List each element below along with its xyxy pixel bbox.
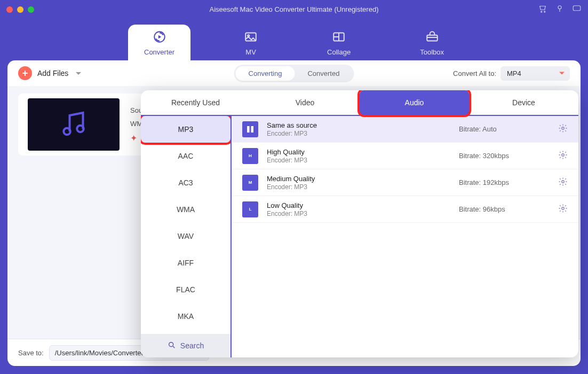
convert-all-value: MP4 — [507, 69, 521, 77]
format-popover: Recently Used Video Audio Device MP3 AAC… — [141, 90, 578, 357]
preset-badge-icon — [242, 121, 258, 137]
svg-point-1 — [544, 11, 545, 12]
minimize-window-button[interactable] — [17, 6, 23, 13]
preset-same-as-source[interactable]: Same as source Encoder: MP3 Bitrate: Aut… — [232, 116, 578, 143]
gear-icon[interactable] — [558, 150, 568, 162]
gear-icon[interactable] — [558, 123, 568, 135]
preset-badge-icon: L — [242, 201, 258, 217]
gear-icon[interactable] — [558, 204, 568, 215]
nav-label: Converter — [144, 48, 174, 56]
svg-point-2 — [558, 5, 561, 9]
nav-mv[interactable]: MV — [228, 25, 274, 60]
tab-recently-used[interactable]: Recently Used — [141, 90, 250, 115]
preset-badge-icon: H — [242, 148, 258, 164]
preset-high-quality[interactable]: H High Quality Encoder: MP3 Bitrate: 320… — [232, 143, 578, 169]
preset-encoder: Encoder: MP3 — [267, 210, 307, 217]
convert-all-dropdown[interactable]: MP4 — [500, 66, 570, 81]
nav-toolbox[interactable]: Toolbox — [404, 25, 460, 60]
nav-label: Toolbox — [420, 48, 444, 56]
preset-title: Medium Quality — [267, 175, 315, 183]
svg-point-10 — [63, 128, 70, 135]
titlebar: Aiseesoft Mac Video Converter Ultimate (… — [0, 0, 588, 19]
nav-label: MV — [245, 48, 256, 56]
preset-encoder: Encoder: MP3 — [267, 157, 307, 164]
search-label: Search — [180, 341, 204, 350]
window-controls — [6, 6, 34, 13]
format-search[interactable]: Search — [141, 334, 231, 357]
chevron-down-icon — [76, 72, 81, 75]
tab-audio[interactable]: Audio — [360, 90, 469, 115]
segment-converting[interactable]: Converting — [236, 66, 295, 81]
format-wma[interactable]: WMA — [141, 196, 231, 223]
tab-device[interactable]: Device — [469, 90, 578, 115]
preset-title: Same as source — [267, 121, 317, 129]
svg-point-15 — [562, 127, 565, 129]
preset-low-quality[interactable]: L Low Quality Encoder: MP3 Bitrate: 96kb… — [232, 196, 578, 223]
preset-medium-quality[interactable]: M Medium Quality Encoder: MP3 Bitrate: 1… — [232, 169, 578, 196]
preset-bitrate: Bitrate: 320kbps — [459, 152, 550, 160]
close-window-button[interactable] — [6, 6, 13, 13]
plus-icon: + — [18, 66, 32, 80]
nav-collage[interactable]: Collage — [311, 25, 367, 60]
format-flac[interactable]: FLAC — [141, 276, 231, 303]
preset-list: Same as source Encoder: MP3 Bitrate: Aut… — [232, 116, 578, 357]
preset-encoder: Encoder: MP3 — [267, 183, 315, 191]
toolbox-icon — [425, 30, 439, 46]
toolbar: + Add Files Converting Converted Convert… — [7, 60, 581, 86]
format-aiff[interactable]: AIFF — [141, 250, 231, 276]
preset-badge-icon: M — [242, 175, 258, 191]
preset-title: High Quality — [267, 148, 307, 156]
convert-all-label: Convert All to: — [453, 69, 496, 77]
format-aac[interactable]: AAC — [141, 143, 231, 169]
workarea: + Add Files Converting Converted Convert… — [7, 60, 581, 366]
segment-converted[interactable]: Converted — [295, 66, 352, 81]
preset-encoder: Encoder: MP3 — [267, 130, 317, 137]
svg-rect-13 — [247, 126, 250, 133]
main-nav: Converter MV Collage Toolbox — [0, 19, 588, 60]
cart-icon[interactable] — [538, 4, 547, 15]
format-mp3[interactable]: MP3 — [141, 116, 231, 143]
format-tabs: Recently Used Video Audio Device — [141, 90, 578, 116]
svg-point-17 — [562, 180, 565, 183]
preset-bitrate: Bitrate: 192kbps — [459, 178, 550, 186]
add-files-button[interactable]: + Add Files — [18, 66, 81, 80]
preset-title: Low Quality — [267, 201, 307, 209]
svg-point-16 — [562, 153, 565, 156]
svg-point-12 — [169, 342, 173, 346]
svg-rect-14 — [251, 126, 254, 133]
convert-all-control: Convert All to: MP4 — [453, 66, 570, 81]
save-to-label: Save to: — [18, 349, 44, 357]
svg-point-0 — [541, 11, 542, 12]
status-segmented: Converting Converted — [234, 65, 354, 82]
chevron-down-icon — [559, 72, 565, 75]
tab-video[interactable]: Video — [250, 90, 360, 115]
format-list: MP3 AAC AC3 WMA WAV AIFF FLAC MKA Search — [141, 116, 232, 357]
window-title: Aiseesoft Mac Video Converter Ultimate (… — [210, 5, 379, 13]
converter-icon — [153, 30, 166, 46]
preset-bitrate: Bitrate: 96kbps — [459, 205, 550, 213]
svg-point-11 — [77, 126, 84, 133]
nav-converter[interactable]: Converter — [128, 25, 190, 60]
nav-label: Collage — [327, 48, 351, 56]
gear-icon[interactable] — [558, 177, 568, 189]
preset-bitrate: Bitrate: Auto — [459, 125, 550, 133]
add-files-label: Add Files — [37, 69, 68, 77]
format-wav[interactable]: WAV — [141, 223, 231, 250]
fullscreen-window-button[interactable] — [28, 6, 34, 13]
svg-rect-9 — [427, 35, 438, 41]
svg-marker-5 — [158, 35, 161, 39]
music-note-icon — [58, 107, 90, 142]
mv-icon — [244, 30, 258, 46]
svg-point-18 — [562, 207, 565, 209]
search-icon — [168, 341, 176, 351]
format-ac3[interactable]: AC3 — [141, 169, 231, 196]
collage-icon — [332, 30, 346, 46]
thumbnail — [28, 98, 120, 151]
key-icon[interactable] — [555, 4, 565, 15]
format-mka[interactable]: MKA — [141, 303, 231, 330]
chat-icon[interactable] — [572, 4, 582, 15]
